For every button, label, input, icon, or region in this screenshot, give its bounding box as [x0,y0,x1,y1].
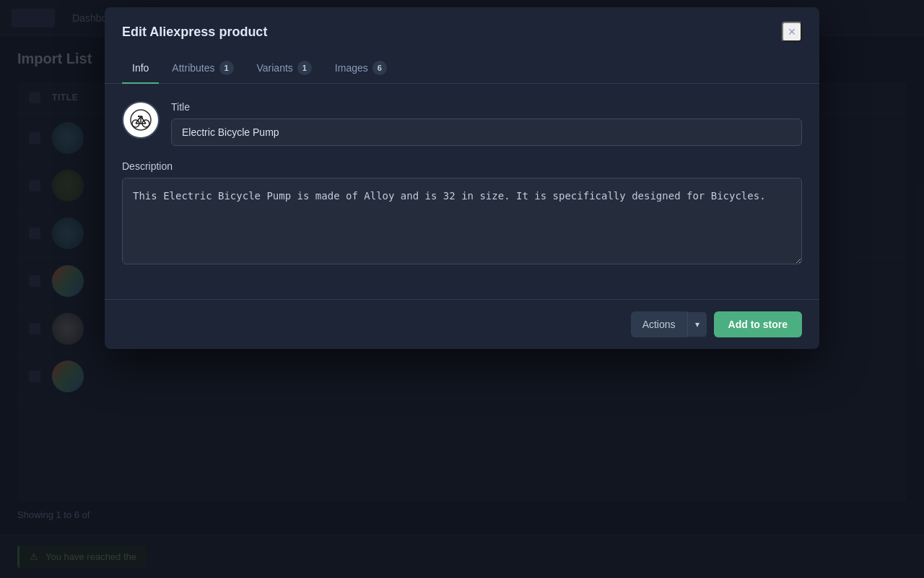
modal-tabs: Info Attributes 1 Variants 1 Images 6 [105,53,819,84]
tab-images-label: Images [335,62,368,74]
actions-button[interactable]: Actions [631,311,687,337]
tab-info[interactable]: Info [122,53,159,84]
tab-attributes-badge: 1 [219,61,234,75]
tab-variants[interactable]: Variants 1 [247,53,322,84]
title-label: Title [171,101,802,113]
description-section: Description [122,160,802,267]
close-button[interactable]: × [782,22,802,42]
tab-images-badge: 6 [372,61,387,75]
edit-product-modal: Edit Aliexpress product × Info Attribute… [105,7,819,349]
title-input[interactable] [171,118,802,146]
title-section: Title [171,101,802,146]
modal-overlay: Edit Aliexpress product × Info Attribute… [0,0,924,578]
product-header: Title [122,101,802,146]
tab-attributes-label: Attributes [172,62,214,74]
tab-attributes[interactable]: Attributes 1 [162,53,243,84]
actions-button-group: Actions ▾ [631,311,707,337]
modal-header: Edit Aliexpress product × [105,7,819,42]
modal-footer: Actions ▾ Add to store [105,299,819,349]
tab-info-label: Info [132,62,149,74]
product-avatar [122,101,160,139]
description-textarea[interactable] [122,178,802,264]
tab-variants-label: Variants [257,62,293,74]
modal-body: Title Description [105,84,819,299]
modal-title: Edit Aliexpress product [122,25,267,40]
tab-images[interactable]: Images 6 [325,53,397,84]
actions-chevron-button[interactable]: ▾ [687,312,707,337]
description-label: Description [122,160,802,172]
add-to-store-button[interactable]: Add to store [714,311,802,337]
tab-variants-badge: 1 [297,61,312,75]
